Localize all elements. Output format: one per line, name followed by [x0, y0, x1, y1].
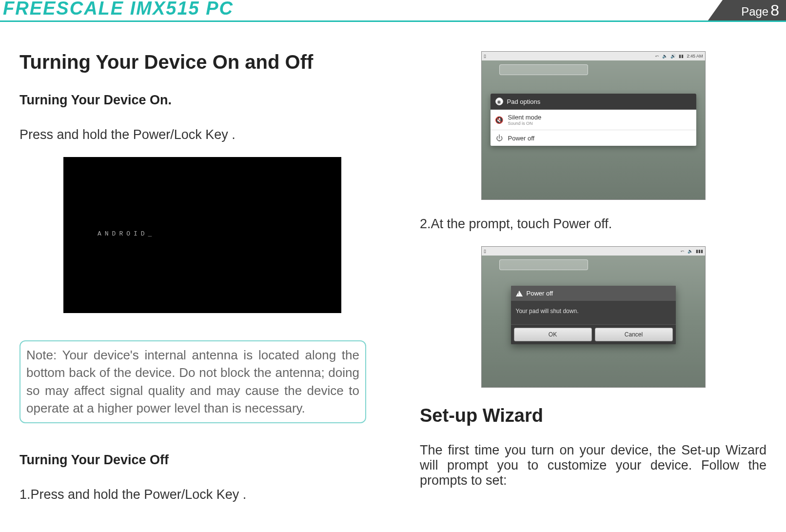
volume-up-icon: 🔊 [670, 54, 676, 59]
power-off-dialog: Power off Your pad will shut down. OK Ca… [511, 286, 676, 344]
search-bar [499, 64, 588, 75]
dialog2-body: Your pad will shut down. [511, 301, 676, 324]
section-title-setup: Set-up Wizard [420, 405, 766, 426]
ok-button[interactable]: OK [514, 328, 592, 341]
sound-icon: 🔇 [495, 116, 503, 124]
dialog-header: ◉ Pad options [491, 94, 696, 110]
page-badge: Page8 [723, 0, 786, 20]
battery-icon: ▮▮ [679, 54, 684, 59]
back-icon: ⤺ [655, 54, 659, 59]
screenshot-power-off-confirm: ▯ ⤺ 🔈 ▮▮▮ Power off Your pad will shut d… [481, 246, 706, 388]
antenna-note: Note: Your device's internal antenna is … [20, 340, 366, 423]
search-bar-2 [499, 259, 588, 270]
power-off-label: Power off [508, 135, 535, 142]
volume-icon: 🔈 [662, 54, 668, 59]
status-left-icon: ▯ [484, 54, 486, 59]
dialog2-header: Power off [511, 286, 676, 301]
status-bar-2: ▯ ⤺ 🔈 ▮▮▮ [482, 247, 705, 256]
page-number: 8 [770, 1, 779, 19]
battery-icon: ▮▮▮ [696, 249, 703, 254]
status-time: 2:45 AM [687, 54, 703, 59]
page-header: FREESCALE IMX515 PC Page8 [0, 0, 786, 22]
turn-off-step1: 1.Press and hold the Power/Lock Key . [20, 487, 366, 502]
power-off-row[interactable]: ⏻ Power off [491, 130, 696, 146]
turn-off-step2: 2.At the prompt, touch Power off. [420, 217, 766, 232]
subheading-turn-on: Turning Your Device On. [20, 93, 366, 108]
page-label: Page [741, 5, 768, 18]
silent-mode-sub: Sound is ON [508, 121, 542, 126]
silent-mode-row[interactable]: 🔇 Silent mode Sound is ON [491, 110, 696, 130]
cancel-button[interactable]: Cancel [595, 328, 673, 341]
info-icon: ◉ [495, 98, 503, 105]
dialog-title: Pad options [507, 98, 541, 105]
pad-options-dialog: ◉ Pad options 🔇 Silent mode Sound is ON … [491, 94, 696, 146]
back-icon: ⤺ [681, 249, 685, 254]
boot-logo-text: ANDROID_ [98, 230, 155, 237]
section-title-power: Turning Your Device On and Off [20, 51, 366, 73]
turn-on-instruction: Press and hold the Power/Lock Key . [20, 127, 366, 142]
warning-icon [516, 291, 523, 296]
dialog2-buttons: OK Cancel [511, 324, 676, 344]
setup-body: The first time you turn on your device, … [420, 443, 766, 488]
silent-mode-label: Silent mode [508, 114, 542, 121]
left-column: Turning Your Device On and Off Turning Y… [20, 51, 366, 517]
right-column: ▯ ⤺ 🔈 🔊 ▮▮ 2:45 AM ◉ Pad options 🔇 [420, 51, 766, 517]
status-left-icon: ▯ [484, 249, 486, 254]
screenshot-boot: ANDROID_ [63, 157, 341, 313]
dialog2-title: Power off [527, 290, 553, 297]
power-icon: ⏻ [495, 134, 503, 142]
subheading-turn-off: Turning Your Device Off [20, 453, 366, 468]
volume-icon: 🔈 [688, 249, 693, 254]
brand-title: FREESCALE IMX515 PC [3, 0, 234, 19]
status-bar: ▯ ⤺ 🔈 🔊 ▮▮ 2:45 AM [482, 52, 705, 60]
screenshot-pad-options: ▯ ⤺ 🔈 🔊 ▮▮ 2:45 AM ◉ Pad options 🔇 [481, 51, 706, 200]
